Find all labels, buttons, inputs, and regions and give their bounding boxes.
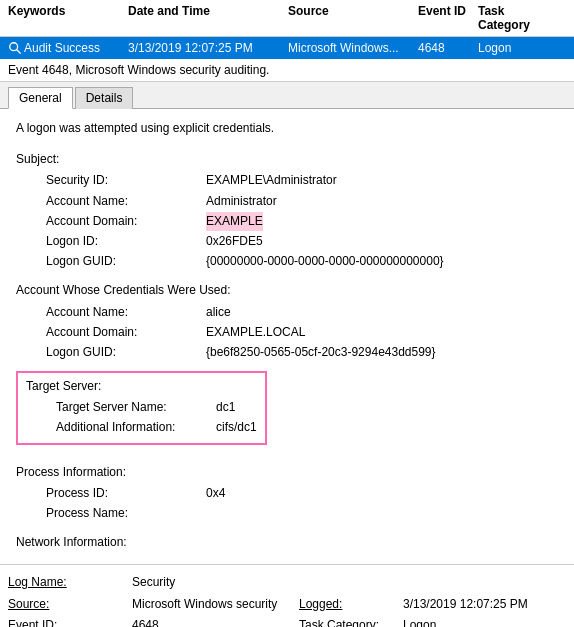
field-label: Account Domain: (46, 212, 206, 231)
tab-details[interactable]: Details (75, 87, 134, 109)
col-header-keywords: Keywords (4, 2, 124, 34)
field-value: EXAMPLE (206, 212, 263, 231)
field-label: Target Server Name: (56, 398, 216, 417)
event-source: Microsoft Windows... (284, 39, 414, 57)
field-label: Logon GUID: (46, 252, 206, 271)
subject-label: Subject: (16, 150, 558, 169)
event-datetime: 3/13/2019 12:07:25 PM (124, 39, 284, 57)
field-security-id: Security ID: EXAMPLE\Administrator (46, 171, 558, 190)
process-info-fields: Process ID: 0x4 Process Name: (16, 484, 558, 523)
col-header-datetime: Date and Time (124, 2, 284, 34)
field-label: Account Domain: (46, 323, 206, 342)
empty2 (403, 573, 566, 592)
magnify-icon (8, 41, 22, 55)
field-label: Account Name: (46, 303, 206, 322)
event-id-value: 4648 (132, 616, 295, 627)
logged-label: Logged: (299, 595, 399, 614)
metadata-section: Log Name: Security Source: Microsoft Win… (0, 564, 574, 627)
field-value: 0x26FDE5 (206, 232, 263, 251)
field-process-id: Process ID: 0x4 (46, 484, 558, 503)
selected-event-row[interactable]: Audit Success 3/13/2019 12:07:25 PM Micr… (0, 37, 574, 59)
field-value: {00000000-0000-0000-0000-000000000000} (206, 252, 444, 271)
event-id-label: Event ID: (8, 616, 128, 627)
field-label: Process ID: (46, 484, 206, 503)
col-header-task: Task Category (474, 2, 554, 34)
logged-value: 3/13/2019 12:07:25 PM (403, 595, 566, 614)
table-header: Keywords Date and Time Source Event ID T… (0, 0, 574, 37)
target-server-box: Target Server: Target Server Name: dc1 A… (16, 371, 267, 445)
field-acct-domain: Account Domain: EXAMPLE.LOCAL (46, 323, 558, 342)
field-value: alice (206, 303, 231, 322)
process-info-label: Process Information: (16, 463, 558, 482)
field-target-server-name: Target Server Name: dc1 (56, 398, 257, 417)
field-label: Security ID: (46, 171, 206, 190)
network-info-label: Network Information: (16, 533, 558, 552)
field-value: EXAMPLE\Administrator (206, 171, 337, 190)
tab-general[interactable]: General (8, 87, 73, 109)
field-value: 0x4 (206, 484, 225, 503)
log-name-value: Security (132, 573, 295, 592)
field-process-name: Process Name: (46, 504, 558, 523)
field-logon-id: Logon ID: 0x26FDE5 (46, 232, 558, 251)
field-value: cifs/dc1 (216, 418, 257, 437)
task-value: Logon (403, 616, 566, 627)
field-label: Additional Information: (56, 418, 216, 437)
source-label: Source: (8, 595, 128, 614)
field-label: Logon ID: (46, 232, 206, 251)
task-label: Task Category: (299, 616, 399, 627)
field-additional-info: Additional Information: cifs/dc1 (56, 418, 257, 437)
general-content: A logon was attempted using explicit cre… (0, 109, 574, 564)
target-server-label: Target Server: (26, 377, 257, 396)
field-account-domain: Account Domain: EXAMPLE (46, 212, 558, 231)
field-value: Administrator (206, 192, 277, 211)
meta-grid: Log Name: Security Source: Microsoft Win… (8, 573, 566, 627)
target-server-fields: Target Server Name: dc1 Additional Infor… (26, 398, 257, 437)
event-task: Logon (474, 39, 554, 57)
account-cred-label: Account Whose Credentials Were Used: (16, 281, 558, 300)
field-label: Logon GUID: (46, 343, 206, 362)
event-summary: Event 4648, Microsoft Windows security a… (0, 59, 574, 82)
col-header-eventid: Event ID (414, 2, 474, 34)
intro-text: A logon was attempted using explicit cre… (16, 119, 558, 138)
field-logon-guid: Logon GUID: {00000000-0000-0000-0000-000… (46, 252, 558, 271)
field-acct-logon-guid: Logon GUID: {be6f8250-0565-05cf-20c3-929… (46, 343, 558, 362)
svg-line-1 (17, 50, 21, 54)
field-value: dc1 (216, 398, 235, 417)
field-label: Process Name: (46, 504, 206, 523)
subject-fields: Security ID: EXAMPLE\Administrator Accou… (16, 171, 558, 271)
empty1 (299, 573, 399, 592)
field-value: {be6f8250-0565-05cf-20c3-9294e43dd599} (206, 343, 436, 362)
field-value: EXAMPLE.LOCAL (206, 323, 305, 342)
log-name-label: Log Name: (8, 573, 128, 592)
event-keywords: Audit Success (4, 39, 124, 57)
account-cred-fields: Account Name: alice Account Domain: EXAM… (16, 303, 558, 363)
tab-bar: General Details (0, 82, 574, 109)
col-header-source: Source (284, 2, 414, 34)
field-acct-name: Account Name: alice (46, 303, 558, 322)
event-id: 4648 (414, 39, 474, 57)
field-account-name: Account Name: Administrator (46, 192, 558, 211)
source-value: Microsoft Windows security (132, 595, 295, 614)
field-label: Account Name: (46, 192, 206, 211)
